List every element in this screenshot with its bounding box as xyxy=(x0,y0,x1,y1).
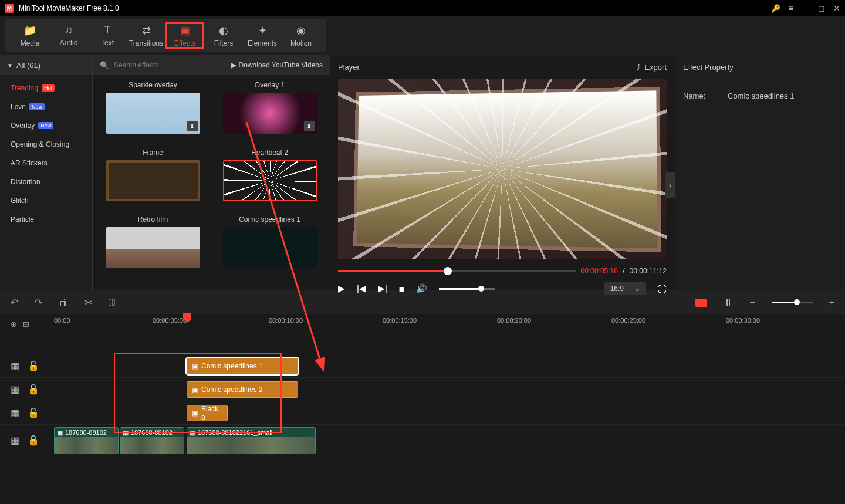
effect-track-2: ▦🔓 ▣Comic speedlines 2 xyxy=(0,378,845,401)
magnet-icon[interactable]: ⏸ xyxy=(724,297,733,308)
chevron-down-icon: ⌄ xyxy=(634,285,640,293)
menu-icon[interactable]: ≡ xyxy=(789,4,793,13)
delete-icon[interactable]: 🗑 xyxy=(59,297,68,308)
panel-expand-button[interactable]: › xyxy=(665,172,675,198)
effect-frame[interactable] xyxy=(106,160,200,201)
download-youtube-link[interactable]: ▶Download YouTube Videos xyxy=(231,61,323,69)
badge-new: New xyxy=(29,103,45,110)
property-panel: Effect Property Name: Comic speedlines 1 xyxy=(675,55,845,290)
effect-label: Overlay 1 xyxy=(255,81,285,89)
snap-icon[interactable] xyxy=(695,299,707,307)
clip-effect-3[interactable]: ▣Black o xyxy=(187,405,228,421)
tab-motion[interactable]: ◉Motion xyxy=(282,22,320,49)
clip-video-3[interactable]: ▦187688-881022161_small xyxy=(187,427,316,454)
effects-icon: ▣ xyxy=(180,24,190,37)
motion-icon: ◉ xyxy=(296,24,306,37)
app-icon: M xyxy=(5,4,14,13)
timeline-tracks: ▦🔓 ▣Comic speedlines 1 ▦🔓 ▣Comic speedli… xyxy=(0,333,845,498)
tab-audio[interactable]: ♫Audio xyxy=(49,22,88,49)
youtube-icon: ▶ xyxy=(231,61,236,69)
effect-label: Sparkle overlay xyxy=(129,81,177,89)
titlebar: M MiniTool MovieMaker Free 8.1.0 🔑 ≡ — ◻… xyxy=(0,0,845,16)
tab-effects[interactable]: ▣Effects xyxy=(165,22,204,49)
effect-overlay-1[interactable]: ⬇ xyxy=(223,93,317,134)
zoom-slider[interactable] xyxy=(772,302,813,303)
category-all[interactable]: ▼ All (61) xyxy=(0,55,92,75)
category-trending[interactable]: TrendingHot xyxy=(0,79,92,97)
effect-label: Comic speedlines 1 xyxy=(239,215,300,224)
download-icon[interactable]: ⬇ xyxy=(304,121,315,131)
key-icon[interactable]: 🔑 xyxy=(771,4,780,13)
search-icon: 🔍 xyxy=(100,61,109,70)
search-input[interactable] xyxy=(114,61,231,69)
clip-effect-1[interactable]: ▣Comic speedlines 1 xyxy=(187,358,298,374)
track-type-icon[interactable]: ▦ xyxy=(11,384,19,395)
category-overlay[interactable]: OverlayNew xyxy=(0,116,92,135)
category-distortion[interactable]: Distortion xyxy=(0,172,92,191)
effects-panel: 🔍 ▶Download YouTube Videos Sparkle overl… xyxy=(93,55,330,290)
maximize-icon[interactable]: ◻ xyxy=(818,4,825,13)
timeline-ruler: ⊕ ⊟ 00:00 00:00:05:00 00:00:10:00 00:00:… xyxy=(0,314,845,333)
effect-clip-icon: ▣ xyxy=(192,410,198,417)
lock-icon[interactable]: 🔓 xyxy=(28,407,39,418)
track-type-icon[interactable]: ▦ xyxy=(11,360,19,371)
collapse-tracks-icon[interactable]: ⊟ xyxy=(23,320,29,329)
effect-clip-icon: ▣ xyxy=(192,386,198,394)
tab-filters[interactable]: ◐Filters xyxy=(204,22,243,49)
stop-icon[interactable]: ■ xyxy=(399,284,404,294)
export-button[interactable]: ⤴Export xyxy=(637,63,667,72)
clip-effect-2[interactable]: ▣Comic speedlines 2 xyxy=(187,381,298,398)
tab-text[interactable]: TText xyxy=(88,22,127,49)
player-title: Player xyxy=(338,63,637,72)
category-particle[interactable]: Particle xyxy=(0,210,92,229)
prop-name-value: Comic speedlines 1 xyxy=(728,92,794,100)
folder-icon: 📁 xyxy=(23,24,36,37)
app-title: MiniTool MovieMaker Free 8.1.0 xyxy=(19,4,771,12)
elements-icon: ✦ xyxy=(258,24,267,37)
time-current: 00:00:05:16 xyxy=(581,267,618,275)
prev-icon[interactable]: |◀ xyxy=(357,283,366,294)
tab-transitions[interactable]: ⇄Transitions xyxy=(127,22,165,49)
transition-marker[interactable] xyxy=(175,431,192,448)
minimize-icon[interactable]: — xyxy=(802,4,810,13)
volume-icon[interactable]: 🔊 xyxy=(416,283,427,294)
next-icon[interactable]: ▶| xyxy=(378,283,387,294)
track-type-icon[interactable]: ▦ xyxy=(11,407,19,418)
zoom-out-icon[interactable]: − xyxy=(749,297,755,308)
player-panel: Player ⤴Export › 00:00:05:16 / 00:00:11:… xyxy=(330,55,675,290)
category-opening-closing[interactable]: Opening & Closing xyxy=(0,135,92,154)
effect-retro-film[interactable] xyxy=(106,227,200,268)
download-icon[interactable]: ⬇ xyxy=(187,121,198,131)
property-header: Effect Property xyxy=(683,55,837,79)
tab-elements[interactable]: ✦Elements xyxy=(243,22,282,49)
track-type-icon[interactable]: ▦ xyxy=(11,435,19,446)
seek-slider[interactable] xyxy=(338,270,576,272)
video-track: ▦🔓 ▦187688-88102 ▦187688-88102 ▦187688-8… xyxy=(0,425,845,456)
video-clip-icon: ▦ xyxy=(123,429,129,437)
split-icon[interactable]: ✂ xyxy=(84,297,92,308)
lock-icon[interactable]: 🔓 xyxy=(28,435,39,446)
redo-icon[interactable]: ↷ xyxy=(35,297,42,308)
category-ar-stickers[interactable]: AR Stickers xyxy=(0,154,92,172)
lock-icon[interactable]: 🔓 xyxy=(28,360,39,371)
undo-icon[interactable]: ↶ xyxy=(11,297,18,308)
add-track-icon[interactable]: ⊕ xyxy=(11,320,17,329)
tab-media[interactable]: 📁Media xyxy=(11,22,49,49)
fullscreen-icon[interactable]: ⛶ xyxy=(658,284,667,294)
category-love[interactable]: LoveNew xyxy=(0,97,92,116)
effect-clip-icon: ▣ xyxy=(192,363,198,370)
play-icon[interactable]: ▶ xyxy=(338,283,345,294)
aspect-ratio-select[interactable]: 16:9⌄ xyxy=(604,282,646,295)
effect-comic-speedlines-1[interactable] xyxy=(223,227,317,268)
effect-sparkle-overlay[interactable]: ⬇ xyxy=(106,93,200,134)
close-icon[interactable]: ✕ xyxy=(833,4,840,13)
volume-slider[interactable] xyxy=(439,288,495,290)
video-preview[interactable] xyxy=(338,79,667,259)
crop-icon[interactable]: ✂⃞ xyxy=(109,297,116,308)
effect-track-3: ▦🔓 ▣Black o xyxy=(0,401,845,425)
clip-video-1[interactable]: ▦187688-88102 xyxy=(54,427,119,454)
zoom-in-icon[interactable]: + xyxy=(829,297,834,308)
effect-heartbeat-2[interactable] xyxy=(223,160,317,201)
lock-icon[interactable]: 🔓 xyxy=(28,384,39,395)
category-glitch[interactable]: Glitch xyxy=(0,191,92,210)
